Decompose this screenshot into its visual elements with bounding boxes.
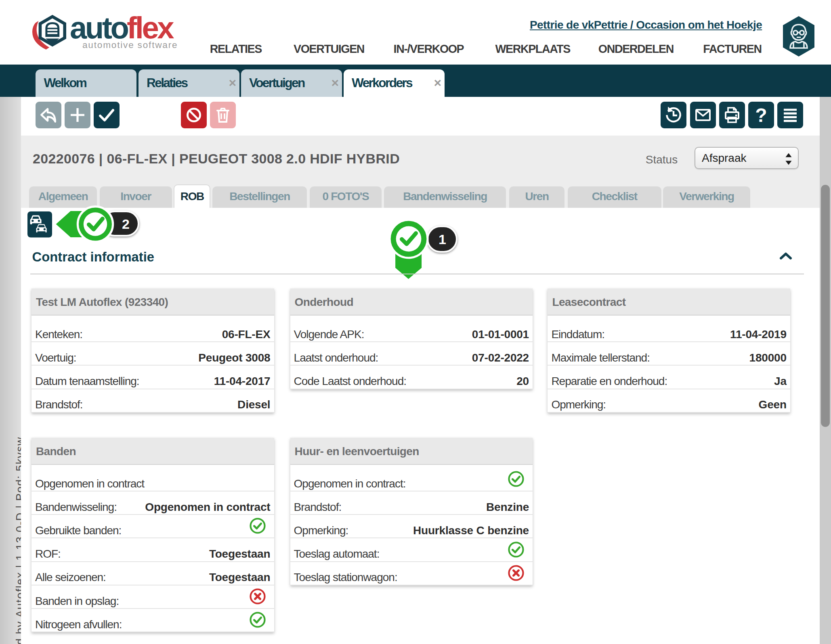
svg-text:automotive software: automotive software (82, 40, 178, 50)
svg-text:?: ? (755, 105, 767, 126)
